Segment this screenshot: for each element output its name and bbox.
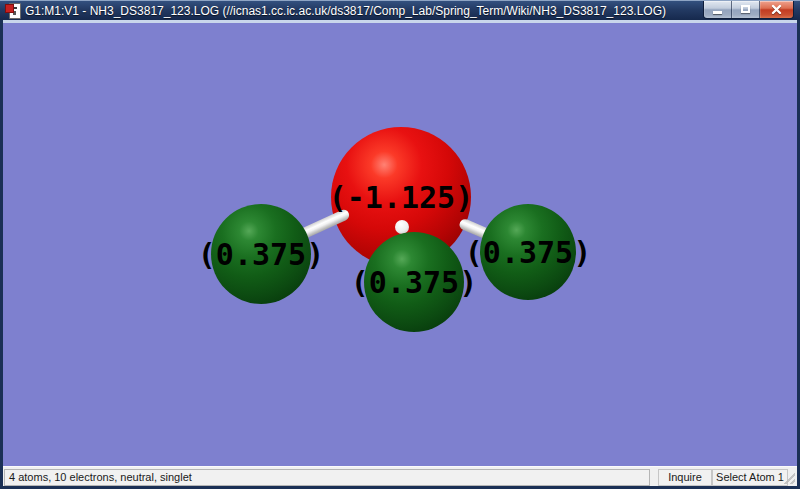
status-summary-panel: 4 atoms, 10 electrons, neutral, singlet — [4, 469, 650, 486]
status-mode-text: Inquire — [668, 471, 702, 483]
status-bar: 4 atoms, 10 electrons, neutral, singlet … — [3, 466, 797, 486]
window-title: G1:M1:V1 - NH3_DS3817_123.LOG (//icnas1.… — [25, 1, 696, 21]
status-summary-text: 4 atoms, 10 electrons, neutral, singlet — [9, 471, 192, 483]
titlebar[interactable]: G1:M1:V1 - NH3_DS3817_123.LOG (//icnas1.… — [0, 0, 800, 20]
close-icon — [771, 4, 782, 15]
maximize-button[interactable] — [732, 1, 760, 18]
status-action-panel: Select Atom 1 — [712, 469, 788, 486]
status-action-text: Select Atom 1 — [716, 471, 784, 483]
charge-label-H1: (0.375) — [198, 237, 324, 272]
minimize-button[interactable] — [704, 1, 732, 18]
charge-label-N: (-1.125) — [329, 180, 474, 215]
charge-label-H3: (0.375) — [465, 235, 591, 270]
minimize-icon — [713, 11, 722, 14]
app-icon[interactable] — [5, 3, 21, 19]
status-mode-panel: Inquire — [658, 469, 712, 486]
maximize-icon — [741, 5, 750, 13]
close-button[interactable] — [760, 1, 793, 18]
molecule-red-square-icon — [5, 4, 14, 13]
app-window: G1:M1:V1 - NH3_DS3817_123.LOG (//icnas1.… — [0, 0, 800, 489]
molecule-viewport[interactable]: (-1.125)(0.375)(0.375)(0.375) — [3, 23, 797, 466]
window-controls — [703, 1, 794, 19]
charge-label-H2: (0.375) — [351, 265, 477, 300]
